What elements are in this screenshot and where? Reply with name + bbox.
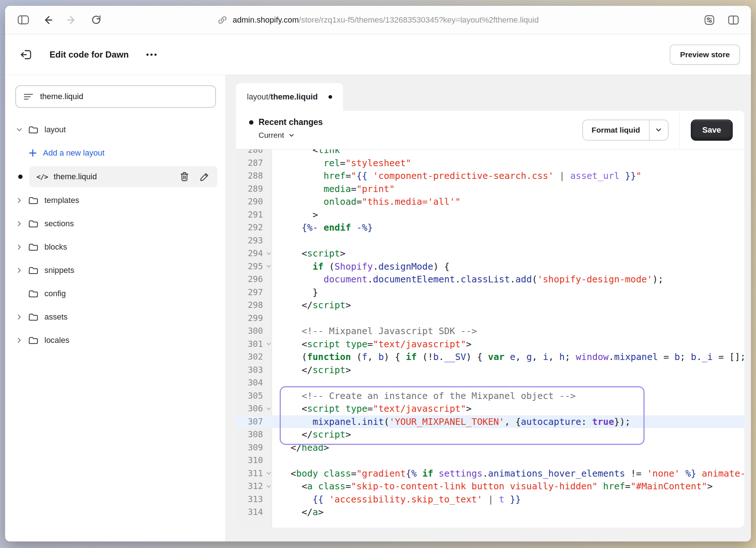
sidebar-item-layout[interactable]: layout — [16, 120, 217, 140]
code-line-310[interactable]: 310 — [236, 454, 744, 467]
code-line-313[interactable]: 313 {{ 'accessibility.skip_to_text' | t … — [236, 493, 744, 506]
code-line-290[interactable]: 290 onload="this.media='all'" — [236, 195, 744, 208]
chevron-right-icon[interactable] — [16, 267, 23, 274]
code-line-291[interactable]: 291 > — [236, 208, 744, 222]
sidebar-item-templates[interactable]: templates — [16, 190, 217, 211]
version-selector[interactable]: Current — [259, 131, 323, 140]
code-line-300[interactable]: 300 <!-- Mixpanel Javascript SDK --> — [236, 325, 744, 338]
sidebar-item-locales[interactable]: locales — [16, 330, 217, 351]
add-new-layout-button[interactable]: Add a new layout — [16, 143, 217, 163]
line-number: 289 — [236, 183, 272, 196]
code-line-298[interactable]: 298 </script> — [236, 299, 744, 312]
code-line-289[interactable]: 289 media="print" — [236, 183, 744, 196]
recent-changes-label: Recent changes — [259, 117, 323, 127]
code-line-305[interactable]: 305 <!-- Create an instance of the Mixpa… — [236, 390, 744, 403]
chevron-right-icon[interactable] — [16, 197, 23, 204]
line-number: 287 — [236, 157, 272, 170]
extensions-icon[interactable] — [704, 14, 715, 26]
delete-file-button[interactable] — [180, 172, 189, 182]
fold-chevron-icon[interactable] — [266, 484, 271, 489]
line-number: 288 — [236, 169, 272, 183]
line-number: 314 — [236, 506, 272, 519]
sidebar-item-theme-liquid[interactable]: </>theme.liquid — [16, 166, 217, 187]
chevron-right-icon[interactable] — [16, 220, 23, 227]
trash-icon — [180, 172, 189, 182]
code-line-292[interactable]: 292 {%- endif -%} — [236, 221, 744, 234]
chevron-spacer — [16, 290, 23, 297]
editor-card: Recent changes Current Format liquid — [236, 111, 744, 528]
ellipsis-icon[interactable] — [145, 52, 158, 57]
rename-file-button[interactable] — [200, 172, 209, 182]
code-line-314[interactable]: 314 </a> — [236, 506, 744, 519]
fold-chevron-icon[interactable] — [266, 264, 271, 269]
fold-chevron-icon[interactable] — [266, 251, 271, 256]
fold-chevron-icon[interactable] — [266, 341, 271, 347]
split-view-icon[interactable] — [728, 15, 739, 25]
forward-icon[interactable] — [66, 15, 77, 26]
desktop-background: admin.shopify.com/store/rzq1xu-f5/themes… — [0, 0, 756, 548]
code-line-309[interactable]: 309 </head> — [236, 441, 744, 454]
selected-file-dot — [18, 175, 23, 179]
line-number: 303 — [236, 364, 272, 377]
fold-chevron-icon[interactable] — [266, 471, 271, 476]
code-line-287[interactable]: 287 rel="stylesheet" — [236, 157, 744, 170]
folder-icon — [28, 126, 39, 134]
link-icon — [217, 15, 228, 25]
content-area: theme.liquid layoutAdd a new layout </>t… — [5, 75, 751, 541]
chevron-down-icon[interactable] — [16, 126, 23, 133]
chevron-right-icon[interactable] — [16, 314, 23, 320]
reload-icon[interactable] — [90, 14, 102, 26]
code-line-304[interactable]: 304 — [236, 376, 744, 390]
sidebar-item-snippets[interactable]: snippets — [16, 260, 217, 281]
line-number: 307 — [236, 415, 272, 428]
code-line-302[interactable]: 302 (function (f, b) { if (!b.__SV) { va… — [236, 351, 744, 364]
code-line-286[interactable]: 286 <link — [236, 149, 744, 157]
sidebar-item-sections[interactable]: sections — [16, 214, 217, 234]
editor-toolbar: Recent changes Current Format liquid — [236, 111, 744, 149]
line-number: 292 — [236, 221, 272, 234]
code-line-288[interactable]: 288 href="{{ 'component-predictive-searc… — [236, 169, 744, 183]
preview-store-button[interactable]: Preview store — [670, 44, 740, 65]
code-line-301[interactable]: 301 <script type="text/javascript"> — [236, 338, 744, 351]
file-tree: layoutAdd a new layout </>theme.liquid t… — [5, 120, 225, 351]
chevron-right-icon[interactable] — [16, 244, 23, 250]
sidebar-toggle-icon[interactable] — [17, 15, 29, 25]
file-search-input[interactable]: theme.liquid — [15, 85, 216, 108]
code-line-312[interactable]: 312 <a class="skip-to-content-link butto… — [236, 480, 744, 493]
exit-icon[interactable] — [20, 48, 33, 61]
code-line-content: </a> — [272, 506, 744, 519]
address-bar[interactable]: admin.shopify.com/store/rzq1xu-f5/themes… — [217, 15, 539, 25]
code-line-311[interactable]: 311 <body class="gradient{% if settings.… — [236, 467, 744, 480]
code-line-content — [272, 312, 744, 325]
sidebar-item-assets[interactable]: assets — [16, 307, 217, 327]
code-line-294[interactable]: 294 <script> — [236, 247, 744, 260]
code-line-content: {{ 'accessibility.skip_to_text' | t }} — [272, 493, 744, 506]
selected-file-row[interactable]: </>theme.liquid — [29, 166, 217, 187]
code-line-297[interactable]: 297 } — [236, 286, 744, 299]
code-line-307[interactable]: 307 mixpanel.init('YOUR_MIXPANEL_TOKEN',… — [236, 415, 744, 428]
code-line-303[interactable]: 303 </script> — [236, 364, 744, 377]
chevron-right-icon[interactable] — [16, 337, 23, 344]
sidebar-item-config[interactable]: config — [16, 283, 217, 304]
format-liquid-main[interactable]: Format liquid — [583, 120, 650, 140]
line-number: 291 — [236, 208, 272, 222]
code-line-308[interactable]: 308 </script> — [236, 428, 744, 441]
back-icon[interactable] — [42, 15, 53, 26]
save-button[interactable]: Save — [691, 120, 733, 141]
code-line-content: rel="stylesheet" — [272, 157, 744, 170]
code-line-content: document.documentElement.classList.add('… — [272, 273, 744, 286]
tab-theme-liquid[interactable]: layout/theme.liquid — [236, 83, 343, 111]
code-line-293[interactable]: 293 — [236, 234, 744, 247]
code-line-content — [272, 234, 744, 247]
code-file-icon: </> — [36, 173, 48, 181]
code-editor[interactable]: 286 <link 287 rel="stylesheet" 288 href=… — [236, 149, 744, 528]
code-line-296[interactable]: 296 document.documentElement.classList.a… — [236, 273, 744, 286]
unsaved-dot — [328, 95, 332, 99]
fold-chevron-icon[interactable] — [266, 406, 271, 411]
code-line-299[interactable]: 299 — [236, 312, 744, 325]
line-number: 296 — [236, 273, 272, 286]
sidebar-item-blocks[interactable]: blocks — [16, 237, 217, 257]
code-line-295[interactable]: 295 if (Shopify.designMode) { — [236, 260, 744, 273]
code-line-306[interactable]: 306 <script type="text/javascript"> — [236, 402, 744, 415]
format-options-chevron[interactable] — [650, 120, 668, 140]
